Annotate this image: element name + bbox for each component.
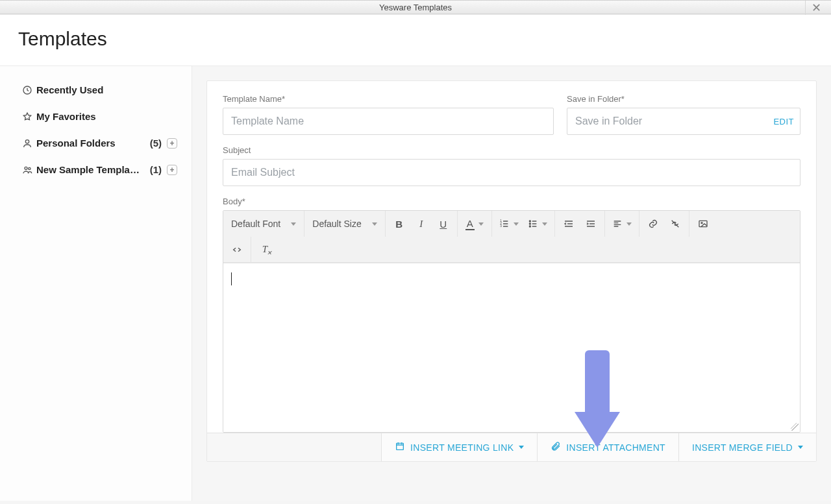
font-size-select[interactable]: Default Size xyxy=(307,215,382,233)
people-icon xyxy=(22,165,36,175)
sidebar-item-label: My Favorites xyxy=(36,111,177,122)
folder-label: Save in Folder* xyxy=(567,94,800,104)
text-color-button[interactable]: A xyxy=(460,213,489,234)
template-name-input[interactable] xyxy=(223,108,554,135)
clear-formatting-button[interactable]: T✕ xyxy=(254,239,276,260)
sidebar-item-recently-used[interactable]: Recently Used xyxy=(0,77,192,103)
star-icon xyxy=(22,112,36,122)
paperclip-icon xyxy=(551,441,561,453)
underline-button[interactable]: U xyxy=(432,213,454,234)
svg-point-11 xyxy=(701,222,702,224)
folder-input[interactable] xyxy=(567,108,800,135)
svg-point-2 xyxy=(25,167,27,169)
resize-handle[interactable] xyxy=(791,423,799,431)
svg-rect-12 xyxy=(397,443,404,450)
sidebar-item-count: (5) xyxy=(150,138,162,149)
template-form: Template Name* Save in Folder* EDIT Subj… xyxy=(206,80,817,462)
add-icon[interactable]: + xyxy=(167,165,177,175)
insert-attachment-button[interactable]: INSERT ATTACHMENT xyxy=(538,433,679,461)
svg-rect-10 xyxy=(699,221,707,226)
sidebar-item-label: Recently Used xyxy=(36,84,177,95)
chevron-down-icon xyxy=(798,446,803,449)
text-cursor xyxy=(231,272,232,285)
sidebar-item-count: (1) xyxy=(150,164,162,175)
ordered-list-button[interactable]: 123 xyxy=(495,213,523,234)
sidebar-item-label: New Sample Templa… xyxy=(36,164,146,175)
link-button[interactable] xyxy=(642,213,664,234)
bold-button[interactable]: B xyxy=(388,213,410,234)
svg-point-9 xyxy=(529,226,530,227)
window-title: Yesware Templates xyxy=(379,3,452,12)
subject-input[interactable] xyxy=(223,159,800,186)
outdent-button[interactable] xyxy=(558,213,580,234)
insert-meeting-link-button[interactable]: INSERT MEETING LINK xyxy=(382,433,538,461)
editor-toolbar: Default Font Default Size B I xyxy=(223,211,800,263)
body-label: Body* xyxy=(223,197,800,206)
sidebar: Recently Used My Favorites Personal Fold… xyxy=(0,66,192,501)
chevron-down-icon xyxy=(519,446,524,449)
svg-point-3 xyxy=(29,167,31,169)
sidebar-item-label: Personal Folders xyxy=(36,138,146,149)
window-titlebar: Yesware Templates ✕ xyxy=(0,0,831,14)
template-name-label: Template Name* xyxy=(223,94,554,104)
clock-icon xyxy=(22,85,36,95)
person-icon xyxy=(22,138,36,149)
editor-body[interactable] xyxy=(223,263,800,432)
page-header: Templates xyxy=(0,15,831,66)
align-button[interactable] xyxy=(608,213,636,234)
sidebar-item-personal-folders[interactable]: Personal Folders (5) + xyxy=(0,130,192,156)
sidebar-item-new-sample-templates[interactable]: New Sample Templa… (1) + xyxy=(0,156,192,183)
image-button[interactable] xyxy=(692,213,714,234)
edit-folder-link[interactable]: EDIT xyxy=(773,117,794,126)
unordered-list-button[interactable] xyxy=(523,213,552,234)
svg-point-1 xyxy=(25,139,29,143)
calendar-icon xyxy=(395,441,405,453)
rich-text-editor: Default Font Default Size B I xyxy=(223,210,800,433)
close-button[interactable]: ✕ xyxy=(805,1,827,15)
insert-bar: INSERT MEETING LINK INSERT ATTACHMENT IN… xyxy=(207,433,816,461)
svg-text:3: 3 xyxy=(500,224,502,228)
svg-point-7 xyxy=(529,221,530,222)
italic-button[interactable]: I xyxy=(410,213,432,234)
add-icon[interactable]: + xyxy=(167,138,177,149)
code-view-button[interactable] xyxy=(226,239,248,260)
subject-label: Subject xyxy=(223,145,800,155)
page-title: Templates xyxy=(18,28,813,50)
indent-button[interactable] xyxy=(580,213,602,234)
insert-merge-field-button[interactable]: INSERT MERGE FIELD xyxy=(679,433,816,461)
font-family-select[interactable]: Default Font xyxy=(226,215,301,233)
unlink-button[interactable] xyxy=(664,213,686,234)
svg-point-8 xyxy=(529,223,530,224)
sidebar-item-my-favorites[interactable]: My Favorites xyxy=(0,103,192,130)
